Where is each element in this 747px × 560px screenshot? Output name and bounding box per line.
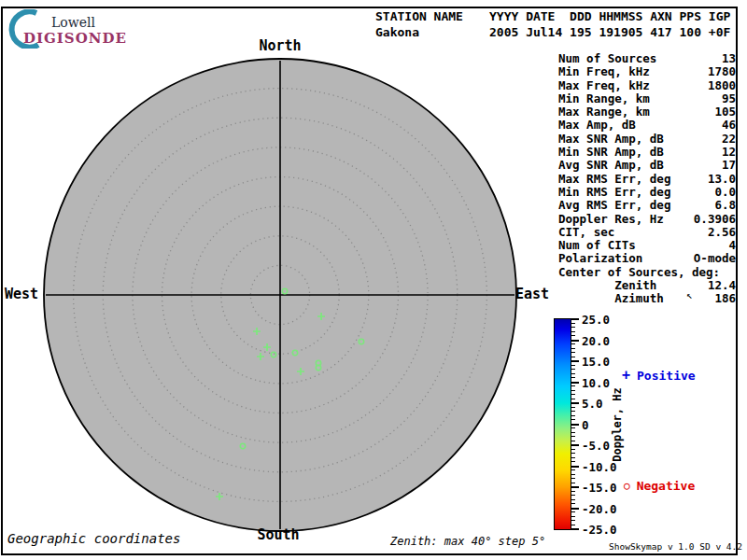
zenith-scale-note: Zenith: max 40° step 5° bbox=[390, 535, 545, 548]
colorbar-minor-tick bbox=[571, 469, 575, 470]
stat-label: CIT, sec bbox=[558, 226, 614, 239]
lowell-digisonde-logo: Lowell DIGISONDE bbox=[7, 9, 148, 47]
colorbar-tick-label: -20.0 bbox=[582, 501, 617, 515]
stat-value: 95 bbox=[722, 92, 736, 105]
stat-value: 13 bbox=[722, 52, 736, 65]
stat-row: CIT, sec2.56 bbox=[558, 226, 736, 239]
legend-positive: + Positive bbox=[622, 369, 696, 383]
logo-brand-top: Lowell bbox=[51, 15, 95, 30]
stat-row: Min Range, km95 bbox=[558, 92, 736, 105]
colorbar-tick-label: -15.0 bbox=[582, 481, 617, 495]
colorbar-minor-tick bbox=[571, 520, 575, 521]
legend-negative-label: Negative bbox=[637, 479, 696, 493]
colorbar-minor-tick bbox=[571, 441, 575, 441]
compass-label-south: South bbox=[257, 526, 299, 543]
colorbar-minor-tick bbox=[571, 407, 575, 408]
stat-label: Doppler Res, Hz bbox=[558, 213, 664, 226]
colorbar-minor-tick bbox=[571, 385, 575, 386]
stat-label: Num of Sources bbox=[558, 52, 656, 65]
colorbar-minor-tick bbox=[571, 343, 575, 344]
stat-label: Min RMS Err, deg bbox=[558, 186, 670, 199]
stat-row: Min SNR Amp, dB12 bbox=[558, 146, 736, 159]
doppler-colorbar bbox=[554, 318, 571, 530]
stat-row: Min Freq, kHz1780 bbox=[558, 65, 736, 78]
colorbar-minor-tick bbox=[571, 411, 575, 412]
stat-row: Max SNR Amp, dB22 bbox=[558, 133, 736, 146]
header-columns-block: YYYY DATE DDD HHMMSS AXN PPS IGP 2005 Ju… bbox=[489, 8, 730, 40]
colorbar-major-tick bbox=[571, 340, 579, 342]
stat-label: Min SNR Amp, dB bbox=[558, 146, 664, 159]
stat-label: Avg RMS Err, deg bbox=[558, 199, 670, 212]
legend-negative: ○ Negative bbox=[624, 479, 695, 493]
colorbar-minor-tick bbox=[571, 377, 575, 378]
colorbar-axis-title: Doppler, Hz bbox=[611, 387, 624, 461]
stat-value: 0.0 bbox=[714, 186, 736, 199]
legend-positive-label: Positive bbox=[637, 369, 696, 383]
colorbar-major-tick bbox=[571, 528, 579, 530]
compass-label-east: East bbox=[515, 286, 549, 302]
station-name-label: STATION NAME bbox=[375, 9, 463, 23]
stat-row: Max Amp, dB46 bbox=[558, 119, 736, 132]
stat-label: Center of Sources, deg: bbox=[558, 266, 720, 279]
colorbar-minor-tick bbox=[571, 352, 575, 353]
stat-label: Max Amp, dB bbox=[558, 119, 636, 132]
colorbar-minor-tick bbox=[571, 373, 575, 374]
circle-marker-icon: ○ bbox=[624, 480, 630, 492]
stat-label: Min Freq, kHz bbox=[558, 65, 650, 78]
stat-row: Max Freq, kHz1800 bbox=[558, 79, 736, 92]
colorbar-minor-tick bbox=[571, 348, 575, 349]
stat-row: Avg SNR Amp, dB17 bbox=[558, 159, 736, 172]
compass-label-north: North bbox=[259, 37, 301, 54]
coordinates-note: Geographic coordinates bbox=[7, 531, 180, 546]
stat-row: Zenith12.4 bbox=[558, 279, 736, 292]
colorbar-minor-tick bbox=[571, 432, 575, 433]
colorbar-minor-tick bbox=[571, 453, 575, 454]
colorbar-minor-tick bbox=[571, 457, 575, 458]
colorbar-major-tick bbox=[571, 424, 579, 426]
stat-row: Avg RMS Err, deg6.8 bbox=[558, 199, 736, 212]
logo-brand-bottom: DIGISONDE bbox=[23, 30, 127, 47]
colorbar-tick-label: 0 bbox=[582, 417, 589, 431]
colorbar-minor-tick bbox=[571, 399, 575, 399]
colorbar-minor-tick bbox=[571, 419, 575, 420]
stat-row: Min RMS Err, deg0.0 bbox=[558, 186, 736, 199]
colorbar-minor-tick bbox=[571, 483, 575, 483]
stat-row: Num of Sources13 bbox=[558, 52, 736, 65]
stat-label: Max Range, km bbox=[558, 105, 650, 119]
stat-value: 46 bbox=[722, 119, 736, 132]
stat-value: 1780 bbox=[708, 65, 736, 78]
colorbar-major-tick bbox=[571, 508, 579, 510]
colorbar-minor-tick bbox=[571, 390, 575, 391]
colorbar-tick-label: -25.0 bbox=[582, 523, 617, 537]
colorbar-tick-label: 15.0 bbox=[582, 355, 610, 369]
station-name-value: Gakona bbox=[375, 25, 419, 39]
stat-value: O-mode bbox=[694, 252, 736, 265]
colorbar-minor-tick bbox=[571, 478, 575, 479]
stat-value: 2.56 bbox=[708, 226, 736, 239]
colorbar-minor-tick bbox=[571, 394, 575, 395]
colorbar-minor-tick bbox=[571, 491, 575, 492]
colorbar-minor-tick bbox=[571, 369, 575, 370]
stat-label: Num of CITs bbox=[558, 239, 636, 252]
stat-label: Zenith bbox=[558, 279, 656, 292]
colorbar-minor-tick bbox=[571, 503, 575, 504]
stat-value: 105 bbox=[714, 105, 736, 119]
plus-marker-icon: + bbox=[622, 370, 630, 382]
colorbar-minor-tick bbox=[571, 415, 575, 416]
colorbar-tick-label: 25.0 bbox=[582, 313, 610, 327]
colorbar-major-tick bbox=[571, 486, 579, 488]
colorbar-minor-tick bbox=[571, 516, 575, 517]
colorbar-minor-tick bbox=[571, 461, 575, 462]
stat-row: Azimuth186 bbox=[558, 292, 736, 305]
colorbar-minor-tick bbox=[571, 495, 575, 496]
colorbar-minor-tick bbox=[571, 525, 575, 525]
colorbar-tick-label: -5.0 bbox=[582, 439, 610, 453]
colorbar-minor-tick bbox=[571, 331, 575, 332]
stat-label: Max Freq, kHz bbox=[558, 79, 650, 92]
stat-value: 17 bbox=[722, 159, 736, 172]
stat-label: Avg SNR Amp, dB bbox=[558, 159, 664, 172]
stat-row: Max RMS Err, deg13.0 bbox=[558, 173, 736, 186]
stat-row: Num of CITs4 bbox=[558, 239, 736, 252]
colorbar-minor-tick bbox=[571, 427, 575, 428]
colorbar-minor-tick bbox=[571, 474, 575, 475]
